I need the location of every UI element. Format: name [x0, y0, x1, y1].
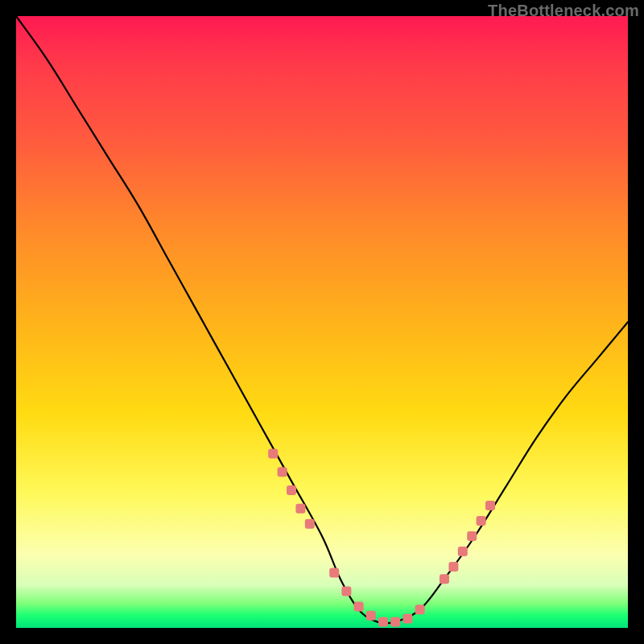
highlight-point	[467, 531, 477, 541]
highlight-points	[268, 448, 495, 626]
highlight-point	[295, 504, 305, 514]
highlight-point	[305, 519, 315, 529]
highlight-point	[278, 467, 287, 477]
highlight-point	[415, 605, 425, 614]
curve-layer	[16, 16, 628, 628]
highlight-point	[485, 501, 495, 510]
highlight-point	[458, 547, 468, 556]
highlight-point	[366, 611, 376, 621]
highlight-point	[287, 485, 296, 495]
highlight-point	[329, 568, 339, 578]
chart-frame: TheBottleneck.com	[0, 0, 644, 644]
highlight-point	[440, 574, 449, 584]
highlight-point	[390, 617, 400, 626]
highlight-point	[378, 617, 388, 626]
highlight-point	[402, 614, 412, 624]
highlight-point	[354, 601, 364, 611]
highlight-point	[448, 562, 458, 572]
plot-area	[16, 16, 628, 628]
highlight-point	[268, 448, 278, 458]
bottleneck-curve	[16, 16, 628, 623]
highlight-point	[341, 586, 351, 596]
highlight-point	[477, 516, 486, 526]
